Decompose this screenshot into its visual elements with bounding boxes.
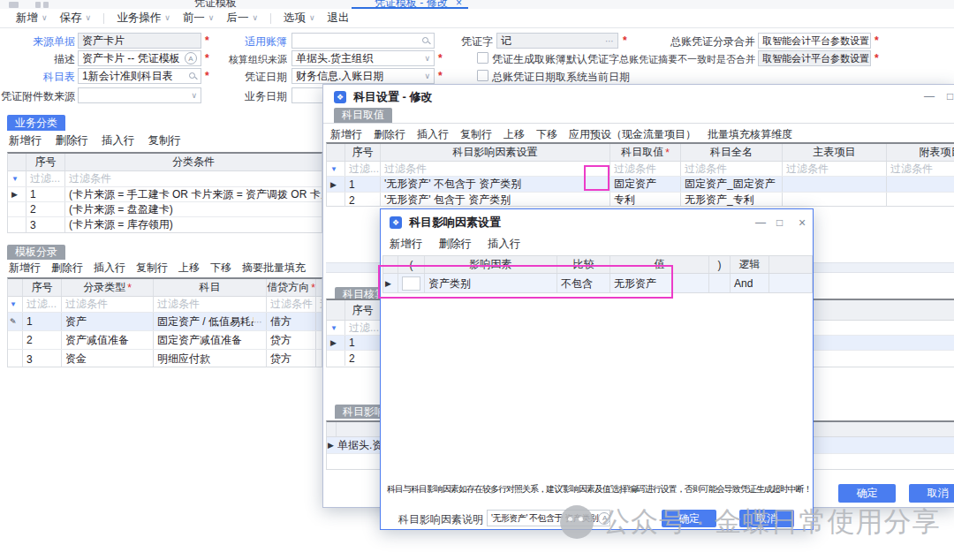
filter-input[interactable]: 过滤条件	[266, 297, 315, 312]
menu-previous[interactable]: 前一∨	[183, 11, 215, 26]
filter-input[interactable]: 过滤条件	[782, 162, 886, 176]
voucher-word-field[interactable]: 记⋯	[496, 33, 618, 49]
ok-button[interactable]: 确定	[662, 510, 716, 527]
move-down-button[interactable]: 下移	[210, 261, 231, 276]
column-header[interactable]: 科目	[153, 279, 266, 296]
filter-icon[interactable]: ▼	[10, 300, 17, 308]
filter-input[interactable]: 过滤条件	[886, 162, 954, 176]
delete-row-button[interactable]: 删除行	[51, 261, 83, 276]
column-header[interactable]: (	[398, 256, 424, 273]
delete-row-button[interactable]: 删除行	[374, 127, 405, 142]
menu-next[interactable]: 后一∨	[226, 11, 258, 26]
menu-business-ops[interactable]: 业务操作∨	[117, 11, 170, 26]
table-row[interactable]: 2 (卡片来源 = 盘盈建卡)	[8, 202, 322, 217]
column-header[interactable]: 逻辑	[730, 256, 768, 273]
column-header[interactable]: 比较	[556, 256, 610, 273]
column-header[interactable]: 科目影响因素设置	[380, 144, 610, 161]
lparen-cell-input[interactable]	[402, 276, 420, 291]
menu-options[interactable]: 选项∨	[284, 11, 315, 26]
delete-row-button[interactable]: 删除行	[56, 133, 89, 148]
factor-desc-field[interactable]: '无形资产' 不包含于 资产类别A	[487, 510, 610, 526]
menu-exit[interactable]: 退出	[328, 11, 350, 26]
filter-input[interactable]: 过滤条件	[380, 162, 610, 176]
filter-icon[interactable]: ▼	[330, 324, 337, 332]
apps-icon[interactable]	[43, 2, 49, 8]
source-bill-field[interactable]: 资产卡片	[78, 33, 201, 49]
tab-business-classification[interactable]: 业务分类	[7, 115, 65, 131]
entry-merge-select[interactable]: 取智能会计平台参数设置∨	[758, 33, 871, 49]
column-header[interactable]: 影响因素	[424, 256, 556, 273]
home-icon[interactable]	[9, 2, 19, 8]
column-header[interactable]: 值	[610, 256, 708, 273]
column-header[interactable]: 序号	[344, 300, 380, 320]
account-table-label[interactable]: 科目表	[9, 70, 75, 85]
ellipsis-icon[interactable]: ⋯	[605, 36, 614, 46]
column-header[interactable]: 附表项目	[886, 144, 954, 161]
add-row-button[interactable]: 新增行	[330, 127, 362, 142]
apps-icon[interactable]	[35, 2, 41, 8]
delete-row-button[interactable]: 删除行	[439, 237, 473, 252]
minimize-icon[interactable]: —	[755, 217, 766, 228]
filter-icon[interactable]: ▼	[330, 165, 337, 173]
filter-input[interactable]: 过滤条件	[64, 171, 322, 186]
formula-icon[interactable]: A	[598, 512, 610, 525]
move-up-button[interactable]: 上移	[504, 127, 525, 142]
description-field[interactable]: 资产卡片 -- 凭证模板A	[78, 50, 201, 66]
table-row[interactable]: 2 资产减值准备 固定资产减值准备 贷方	[8, 331, 322, 350]
search-icon[interactable]	[421, 36, 430, 46]
insert-row-button[interactable]: 插入行	[94, 261, 125, 276]
maximize-icon[interactable]: □	[776, 217, 783, 228]
filter-input[interactable]: 过滤条件	[610, 162, 680, 176]
account-table-field[interactable]: 1新会计准则科目表	[78, 68, 201, 84]
filter-icon[interactable]: ▼	[11, 175, 19, 183]
column-header[interactable]: 借贷方向*	[266, 279, 315, 296]
insert-row-button[interactable]: 插入行	[488, 237, 521, 252]
copy-row-button[interactable]: 复制行	[136, 261, 168, 276]
column-header[interactable]: 分录类型*	[61, 279, 153, 296]
attachment-source-select[interactable]: ∨	[78, 87, 201, 103]
source-bill-label[interactable]: 来源单据	[9, 34, 75, 49]
add-row-button[interactable]: 新增行	[9, 133, 42, 148]
batch-fill-summary-button[interactable]: 摘要批量填充	[242, 261, 306, 276]
table-row[interactable]: 2 '无形资产' 包含于 资产类别 专利 无形资产_专利	[327, 193, 954, 207]
cancel-button[interactable]: 取消	[739, 510, 794, 527]
close-icon[interactable]: ×	[799, 216, 806, 229]
summary-merge-select[interactable]: 取智能会计平台参数设置∨	[758, 50, 871, 66]
maximize-icon[interactable]: □	[947, 91, 953, 102]
default-word-checkbox[interactable]	[477, 52, 488, 64]
apply-book-field[interactable]	[292, 33, 435, 49]
ok-button[interactable]: 确定	[838, 484, 896, 503]
filter-input[interactable]: 过滤条件	[61, 297, 153, 312]
tab-subject-value[interactable]: 科目取值	[334, 108, 392, 123]
move-down-button[interactable]: 下移	[536, 127, 557, 142]
menu-new[interactable]: 新增∨	[16, 11, 48, 26]
filter-input[interactable]: 过滤条件	[153, 297, 266, 312]
insert-row-button[interactable]: 插入行	[417, 127, 449, 142]
batch-fill-dimension-button[interactable]: 批量填充核算维度	[708, 127, 792, 142]
menu-save[interactable]: 保存∨	[60, 11, 92, 26]
table-row[interactable]: ✎ 1 资产 固定资产 / 低值易耗品⋯ 借方	[8, 313, 322, 331]
column-header[interactable]: )	[708, 256, 730, 273]
table-row[interactable]: ▶ 1 '无形资产' 不包含于 资产类别 固定资产 固定资产_固定资产	[327, 177, 954, 193]
voucher-date-select[interactable]: 财务信息.入账日期∨	[292, 68, 435, 84]
cancel-button[interactable]: 取消	[909, 484, 954, 503]
copy-row-button[interactable]: 复制行	[148, 133, 182, 148]
search-icon[interactable]	[188, 72, 197, 81]
filter-input[interactable]: 过滤条件	[680, 162, 782, 176]
ellipsis-icon[interactable]: ⋯	[254, 317, 262, 327]
table-row[interactable]: ▶ 1 (卡片来源 = 手工建卡 OR 卡片来源 = 资产调拨 OR 卡片来源 …	[8, 187, 322, 202]
table-row[interactable]: 3 (卡片来源 = 库存领用)	[8, 217, 322, 232]
column-header[interactable]: 分类条件	[64, 154, 322, 170]
table-row[interactable]: ▶ 资产类别 不包含 无形资产 And	[383, 274, 812, 293]
insert-row-button[interactable]: 插入行	[102, 133, 135, 148]
move-up-button[interactable]: 上移	[178, 261, 200, 276]
org-source-select[interactable]: 单据头.货主组织∨	[292, 50, 435, 66]
column-header[interactable]: 序号	[344, 144, 380, 161]
tab-template-entries[interactable]: 模板分录	[7, 245, 65, 260]
table-row[interactable]: 3 资金 明细应付款 贷方	[8, 350, 322, 367]
column-header[interactable]: 科目全名	[680, 144, 782, 161]
add-row-button[interactable]: 新增行	[390, 237, 423, 252]
column-header[interactable]: 科目取值*	[610, 144, 680, 161]
copy-row-button[interactable]: 复制行	[460, 127, 492, 142]
minimize-icon[interactable]: —	[924, 91, 935, 102]
